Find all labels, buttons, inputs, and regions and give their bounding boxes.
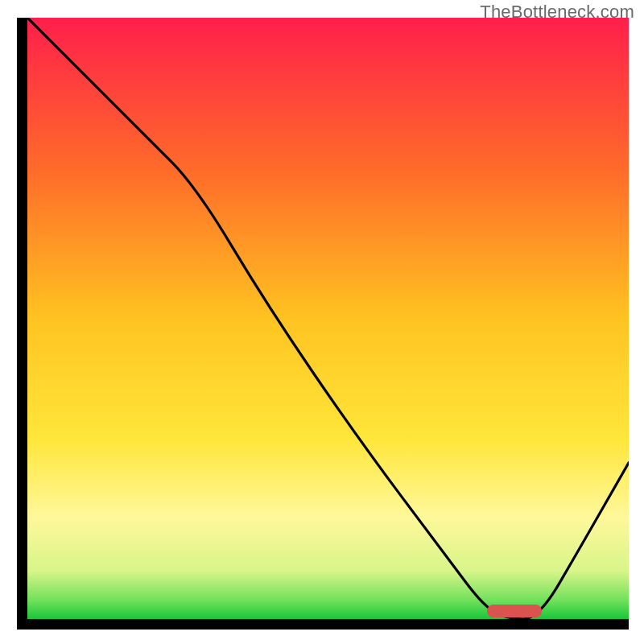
chart-svg [27,18,629,619]
chart-frame: TheBottleneck.com [0,0,644,644]
x-axis [17,619,629,630]
plot-area [27,18,629,619]
optimal-range-marker [487,605,541,617]
y-axis [17,18,27,630]
